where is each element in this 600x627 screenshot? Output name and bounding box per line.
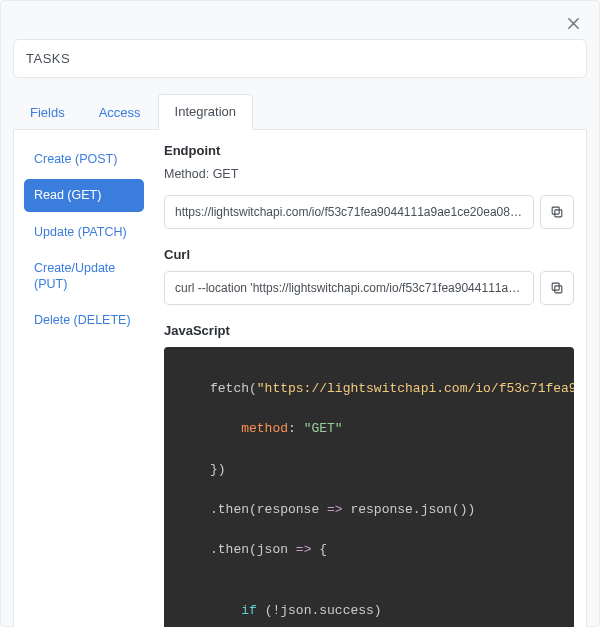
code-token: "GET" (304, 421, 343, 436)
endpoint-row (164, 195, 574, 229)
modal-header (13, 13, 587, 39)
method-line: Method: GET (164, 167, 574, 181)
nav-delete[interactable]: Delete (DELETE) (24, 304, 144, 336)
nav-create-post[interactable]: Create (POST) (24, 143, 144, 175)
modal-panel: Fields Access Integration Create (POST) … (0, 0, 600, 627)
tab-access[interactable]: Access (82, 94, 158, 130)
code-token: }) (210, 462, 226, 477)
code-token: (!json.success) (257, 603, 382, 618)
integration-panel: Create (POST) Read (GET) Update (PATCH) … (13, 130, 587, 627)
code-token: : (288, 421, 304, 436)
tab-bar: Fields Access Integration (13, 94, 587, 130)
endpoint-url-input[interactable] (164, 195, 534, 229)
svg-rect-5 (552, 283, 559, 290)
curl-input[interactable] (164, 271, 534, 305)
code-token: "https://lightswitchapi.com/io/f53c71fea… (257, 381, 574, 396)
svg-rect-2 (555, 210, 562, 217)
svg-rect-3 (552, 207, 559, 214)
close-button[interactable] (563, 13, 583, 33)
curl-heading: Curl (164, 247, 574, 262)
tab-integration[interactable]: Integration (158, 94, 253, 130)
code-token: .then(json (210, 542, 296, 557)
code-token: .then(response (210, 502, 327, 517)
code-token: response.json()) (343, 502, 476, 517)
copy-curl-button[interactable] (540, 271, 574, 305)
integration-content: Endpoint Method: GET Curl (154, 130, 586, 627)
svg-rect-4 (555, 286, 562, 293)
endpoint-heading: Endpoint (164, 143, 574, 158)
code-token: if (241, 603, 257, 618)
copy-endpoint-button[interactable] (540, 195, 574, 229)
copy-icon (550, 205, 564, 219)
copy-icon (550, 281, 564, 295)
code-token: { (311, 542, 327, 557)
code-token: fetch( (210, 381, 257, 396)
javascript-code-block[interactable]: fetch("https://lightswitchapi.com/io/f53… (164, 347, 574, 627)
http-method-nav: Create (POST) Read (GET) Update (PATCH) … (14, 130, 154, 627)
code-token: => (327, 502, 343, 517)
nav-update-patch[interactable]: Update (PATCH) (24, 216, 144, 248)
nav-create-update-put[interactable]: Create/Update (PUT) (24, 252, 144, 301)
code-token: => (296, 542, 312, 557)
nav-read-get[interactable]: Read (GET) (24, 179, 144, 211)
structure-name-input[interactable] (13, 39, 587, 78)
curl-row (164, 271, 574, 305)
tab-fields[interactable]: Fields (13, 94, 82, 130)
close-icon (566, 16, 581, 31)
code-token: method (241, 421, 288, 436)
javascript-heading: JavaScript (164, 323, 574, 338)
